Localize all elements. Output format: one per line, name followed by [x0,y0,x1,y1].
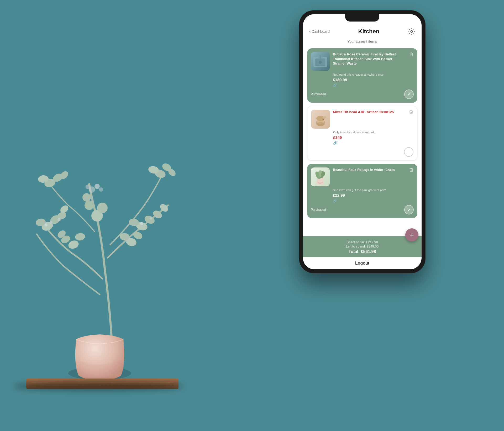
card-bottom-sink: Purchased ✓ [311,90,414,99]
item-card-mixer: Mixer Tilt-head 4.8l - Artisan 5ksm125 O… [307,106,417,161]
left-label: Left to spend: £349.00 [309,245,415,248]
add-icon: + [410,232,414,238]
phone-notch [345,14,379,22]
item-link-sink[interactable]: 🔗 [333,83,337,87]
items-list: Butlet & Rose Ceramic Fireclay Belfast T… [303,47,422,236]
svg-point-44 [319,61,322,64]
check-circle-mixer[interactable] [404,147,413,157]
svg-point-26 [82,193,91,202]
item-image-sink [311,52,330,71]
delete-sink-button[interactable] [409,52,414,58]
item-note-sink: Not found this cheaper anywhere else [333,73,414,76]
shelf-shadow [13,382,184,390]
svg-rect-45 [319,55,321,59]
item-card-plant: Beautiful Faux Foliage in white - 14cm S… [307,164,417,218]
phone-device: ‹ Dashboard Kitchen Your current items [299,10,425,273]
logout-button[interactable]: Logout [355,261,369,265]
spent-label: Spent so far: £212.98 [309,240,415,244]
svg-point-30 [99,187,103,192]
svg-point-20 [57,218,61,221]
item-info-sink: Butlet & Rose Ceramic Fireclay Belfast T… [333,52,406,67]
item-price-sink: £189.99 [333,77,414,82]
card-top-mixer: Mixer Tilt-head 4.8l - Artisan 5ksm125 [311,110,413,129]
svg-point-51 [323,119,324,120]
check-circle-sink[interactable]: ✓ [404,90,414,99]
item-info-mixer: Mixer Tilt-head 4.8l - Artisan 5ksm125 [333,110,406,116]
item-image-mixer [311,110,330,129]
phone-frame: ‹ Dashboard Kitchen Your current items [299,10,425,273]
plant-details: See if we can get the pink gradient pot?… [311,188,414,203]
item-title-plant: Beautiful Faux Foliage in white - 14cm [333,167,406,172]
svg-point-40 [411,31,412,33]
svg-point-18 [44,223,48,227]
svg-point-49 [317,122,324,126]
svg-point-29 [86,185,90,189]
phone-screen: ‹ Dashboard Kitchen Your current items [303,14,422,269]
purchased-label-plant: Purchased [311,208,326,212]
back-nav[interactable]: ‹ Dashboard [309,29,330,34]
card-top-sink: Butlet & Rose Ceramic Fireclay Belfast T… [311,52,414,71]
back-label: Dashboard [312,29,330,34]
check-circle-plant[interactable]: ✓ [404,205,414,214]
item-card-sink: Butlet & Rose Ceramic Fireclay Belfast T… [307,48,417,103]
item-link-mixer[interactable]: 🔗 [333,140,338,145]
checkmark-sink: ✓ [407,92,411,97]
svg-point-21 [140,222,143,225]
item-info-plant: Beautiful Faux Foliage in white - 14cm [333,167,406,174]
total-label: Total: £561.98 [309,249,415,254]
mixer-details: Only in white - do not want red. £349 🔗 [311,131,413,145]
card-bottom-plant: Purchased ✓ [311,205,414,214]
add-item-fab[interactable]: + [405,228,418,241]
svg-point-19 [50,221,52,224]
item-image-plant [311,167,330,186]
sink-details: Not found this cheaper anywhere else £18… [311,73,414,87]
logout-bar: Logout [303,257,422,269]
item-note-plant: See if we can get the pink gradient pot? [333,188,414,192]
pot [63,313,136,381]
summary-area: Spent so far: £212.98 Left to spend: £34… [303,236,422,257]
delete-plant-button[interactable] [409,167,414,173]
svg-point-22 [150,217,152,220]
back-chevron-icon: ‹ [309,29,311,34]
item-link-plant[interactable]: 🔗 [333,198,337,203]
checkmark-plant: ✓ [407,207,411,212]
page-title: Kitchen [358,28,380,35]
link-chain-icon-plant: 🔗 [333,198,337,203]
item-title-sink: Butlet & Rose Ceramic Fireclay Belfast T… [333,52,406,66]
item-note-mixer: Only in white - do not want red. [333,131,413,134]
settings-icon[interactable] [408,28,415,35]
purchased-label-sink: Purchased [311,92,326,96]
page-subtitle: Your current items [303,38,422,47]
delete-mixer-button[interactable] [409,110,413,115]
svg-point-33 [75,232,86,241]
card-bottom-mixer [311,147,413,157]
svg-point-28 [94,184,100,189]
link-chain-icon-mixer: 🔗 [333,141,338,145]
item-price-plant: £22.99 [333,193,414,197]
item-title-mixer: Mixer Tilt-head 4.8l - Artisan 5ksm125 [333,110,406,114]
item-price-mixer: £349 [333,135,413,140]
card-top-plant: Beautiful Faux Foliage in white - 14cm [311,167,414,186]
link-chain-icon-sink: 🔗 [333,83,337,87]
